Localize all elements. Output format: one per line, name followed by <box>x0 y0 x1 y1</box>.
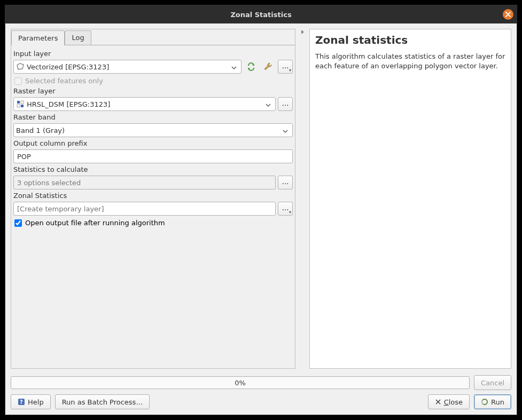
help-pane: Zonal statistics This algorithm calculat… <box>309 29 511 369</box>
zonal-output-browse-button[interactable]: … ▾ <box>278 202 293 216</box>
raster-layer-value: HRSL_DSM [EPSG:3123] <box>27 100 263 108</box>
svg-rect-1 <box>21 101 24 104</box>
chevron-down-icon <box>229 63 239 71</box>
input-layer-browse-button[interactable]: … ▾ <box>278 60 293 74</box>
selected-features-label: Selected features only <box>25 77 103 85</box>
zonal-output-label: Zonal Statistics <box>13 192 293 200</box>
ellipsis-icon: … <box>282 62 289 70</box>
output-prefix-label: Output column prefix <box>13 139 293 147</box>
raster-band-value: Band 1 (Gray) <box>16 126 281 134</box>
svg-rect-2 <box>17 105 20 107</box>
ellipsis-icon: … <box>282 178 289 186</box>
ellipsis-icon: … <box>282 99 289 107</box>
progress-text: 0% <box>235 379 246 387</box>
window-title: Zonal Statistics <box>230 11 291 19</box>
titlebar: Zonal Statistics <box>5 5 517 23</box>
svg-text:?: ? <box>20 399 23 405</box>
top-area: Parameters Log Input layer Vectorized [E… <box>11 29 511 369</box>
help-button[interactable]: ? Help <box>11 394 51 409</box>
raster-layer-label: Raster layer <box>13 87 293 95</box>
dialog-window: Zonal Statistics Parameters Log Input la… <box>5 5 517 415</box>
close-button[interactable]: Close <box>428 394 470 409</box>
open-output-row[interactable]: Open output file after running algorithm <box>14 219 293 227</box>
tabs-row: Parameters Log <box>11 29 295 45</box>
raster-layer-icon <box>16 100 25 108</box>
splitter-arrow-icon <box>300 29 305 35</box>
bottom-area: 0% Cancel ? Help Run as Batch Process… C… <box>11 375 511 409</box>
input-layer-label: Input layer <box>13 50 293 58</box>
batch-button[interactable]: Run as Batch Process… <box>55 394 150 409</box>
dialog-body: Parameters Log Input layer Vectorized [E… <box>5 23 517 415</box>
stats-display: 3 options selected <box>13 176 276 189</box>
x-icon <box>435 399 441 405</box>
iterate-icon <box>246 61 256 72</box>
splitter-handle[interactable] <box>300 29 305 369</box>
chevron-down-icon <box>281 126 290 134</box>
ellipsis-icon: … <box>282 204 289 212</box>
tab-content-parameters: Input layer Vectorized [EPSG:3123] <box>11 45 295 368</box>
progress-bar: 0% <box>11 376 470 389</box>
stats-value: 3 options selected <box>17 179 81 187</box>
close-icon <box>505 12 511 17</box>
help-button-label: Help <box>28 398 44 406</box>
raster-band-combo[interactable]: Band 1 (Gray) <box>13 123 293 137</box>
close-button-label: Close <box>444 398 463 406</box>
open-output-checkbox[interactable] <box>14 219 22 227</box>
help-icon: ? <box>18 398 25 406</box>
svg-rect-0 <box>17 101 20 104</box>
polygon-layer-icon <box>16 62 25 71</box>
output-prefix-input[interactable] <box>13 149 293 163</box>
advanced-options-button[interactable] <box>261 60 276 74</box>
input-layer-value: Vectorized [EPSG:3123] <box>27 63 229 71</box>
stats-browse-button[interactable]: … <box>278 176 293 189</box>
help-description: This algorithm calculates statistics of … <box>315 52 505 70</box>
open-output-label: Open output file after running algorithm <box>25 219 165 227</box>
svg-rect-3 <box>21 105 24 107</box>
tab-parameters[interactable]: Parameters <box>11 30 65 45</box>
window-close-button[interactable] <box>503 9 513 20</box>
raster-layer-combo[interactable]: HRSL_DSM [EPSG:3123] <box>13 97 276 111</box>
selected-features-row: Selected features only <box>14 77 293 85</box>
chevron-down-icon <box>263 100 273 108</box>
chevron-down-icon: ▾ <box>289 68 291 73</box>
chevron-down-icon: ▾ <box>289 210 291 215</box>
selected-features-checkbox <box>14 77 22 85</box>
cancel-button: Cancel <box>474 375 511 390</box>
raster-band-label: Raster band <box>13 113 293 121</box>
help-title: Zonal statistics <box>315 34 505 46</box>
stats-label: Statistics to calculate <box>13 165 293 173</box>
run-button-label: Run <box>491 398 504 406</box>
run-icon <box>481 398 488 406</box>
iterate-button[interactable] <box>244 60 259 74</box>
zonal-output-input[interactable] <box>13 202 276 216</box>
run-button[interactable]: Run <box>474 394 511 409</box>
left-pane: Parameters Log Input layer Vectorized [E… <box>11 29 295 369</box>
wrench-icon <box>263 61 274 72</box>
input-layer-combo[interactable]: Vectorized [EPSG:3123] <box>13 60 241 74</box>
raster-layer-browse-button[interactable]: … <box>278 97 293 111</box>
tab-log[interactable]: Log <box>65 30 91 45</box>
